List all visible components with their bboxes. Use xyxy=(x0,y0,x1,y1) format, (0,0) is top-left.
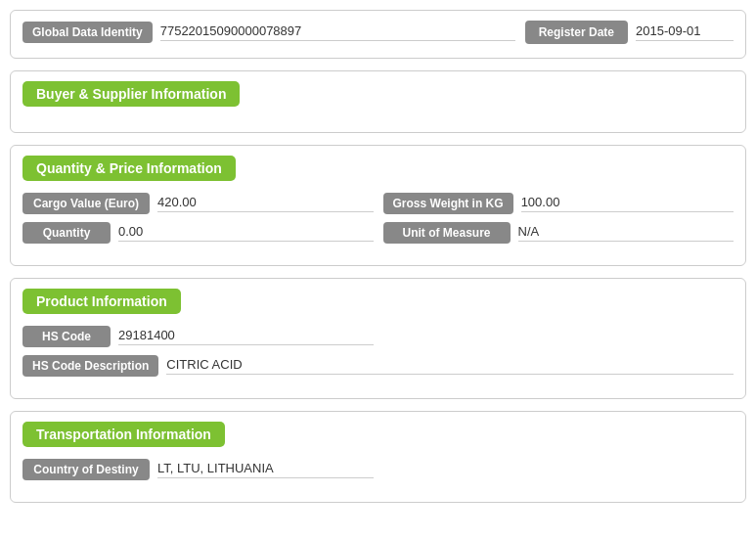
country-destiny-row: Country of Destiny LT, LTU, LITHUANIA xyxy=(22,459,734,480)
gross-weight: 100.00 xyxy=(521,195,734,212)
register-date-value: 2015-09-01 xyxy=(636,23,734,41)
gross-weight-label: Gross Weight in KG xyxy=(383,193,513,214)
product-header: Product Information xyxy=(22,289,181,314)
quantity-uom-row: Quantity 0.00 Unit of Measure N/A xyxy=(22,222,734,244)
buyer-supplier-card: Buyer & Supplier Information xyxy=(10,70,746,133)
global-data-identity-group: Global Data Identity 7752201509000007889… xyxy=(22,22,515,43)
product-card: Product Information HS Code 29181400 HS … xyxy=(10,278,746,399)
quantity-value: 0.00 xyxy=(118,224,374,242)
register-date-label: Register Date xyxy=(525,21,628,44)
unit-of-measure-value: N/A xyxy=(518,224,734,242)
cargo-value-label: Cargo Value (Euro) xyxy=(22,193,150,214)
quantity-price-header: Quantity & Price Information xyxy=(22,156,236,181)
cargo-gross-row: Cargo Value (Euro) 420.00 Gross Weight i… xyxy=(22,193,734,214)
global-data-identity-label: Global Data Identity xyxy=(22,22,153,43)
transportation-card: Transportation Information Country of De… xyxy=(10,411,746,503)
unit-of-measure-label: Unit of Measure xyxy=(383,222,511,244)
hs-code-desc-value: CITRIC ACID xyxy=(166,357,734,375)
quantity-group: Quantity 0.00 xyxy=(22,222,374,244)
register-date-group: Register Date 2015-09-01 xyxy=(525,21,734,44)
quantity-price-card: Quantity & Price Information Cargo Value… xyxy=(10,145,746,266)
transportation-header: Transportation Information xyxy=(22,422,225,447)
hs-code-desc-group: HS Code Description CITRIC ACID xyxy=(22,355,734,377)
header-card: Global Data Identity 7752201509000007889… xyxy=(10,10,746,59)
hs-code-group: HS Code 29181400 xyxy=(22,326,374,347)
country-destiny-label: Country of Destiny xyxy=(22,459,150,480)
country-destiny-value: LT, LTU, LITHUANIA xyxy=(157,461,374,478)
hs-code-desc-label: HS Code Description xyxy=(22,355,158,377)
hs-code-value: 29181400 xyxy=(118,328,374,345)
cargo-value-group: Cargo Value (Euro) 420.00 xyxy=(22,193,374,214)
hs-code-desc-row: HS Code Description CITRIC ACID xyxy=(22,355,734,377)
gross-weight-group: Gross Weight in KG 100.00 xyxy=(383,193,734,214)
buyer-supplier-header: Buyer & Supplier Information xyxy=(22,81,240,107)
cargo-value: 420.00 xyxy=(157,195,374,212)
unit-of-measure-group: Unit of Measure N/A xyxy=(383,222,734,244)
quantity-label: Quantity xyxy=(22,222,111,244)
hs-code-row: HS Code 29181400 xyxy=(22,326,734,347)
global-data-identity-value: 77522015090000078897 xyxy=(160,23,515,41)
country-destiny-group: Country of Destiny LT, LTU, LITHUANIA xyxy=(22,459,374,480)
hs-code-label: HS Code xyxy=(22,326,111,347)
